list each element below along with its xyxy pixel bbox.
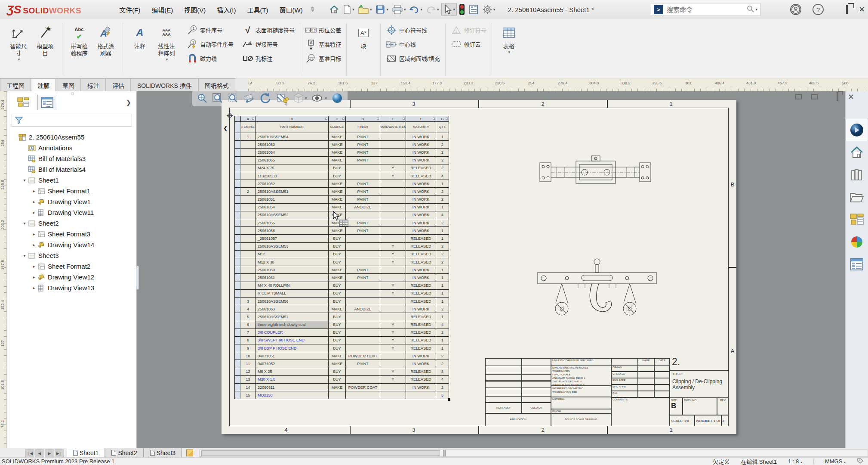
bom-cell-maturity-row23[interactable]: IN WORK (406, 305, 436, 313)
bom-cell-item-row11[interactable] (241, 211, 255, 219)
bom-cell-part-row32[interactable]: M20 X 1.5 (255, 376, 329, 384)
bom-cell-source-row1[interactable]: MAKE (329, 133, 346, 141)
tree-expander-icon[interactable]: ▸ (31, 264, 37, 269)
bom-cell-item-row28[interactable]: 9 (241, 344, 255, 352)
bom-cell-item-row33[interactable]: 14 (241, 384, 255, 391)
bom-cell-part-row7[interactable]: 27061062 (255, 180, 329, 188)
bom-cell-source-row20[interactable]: BUY (329, 282, 346, 290)
surface-finish-button[interactable]: √ 表面粗糙度符号 (240, 23, 296, 37)
bom-cell-finish-row17[interactable] (346, 258, 380, 266)
tree-expander-icon[interactable]: ▸ (31, 189, 37, 193)
bom-cell-qty-row1[interactable]: 1 (436, 133, 449, 141)
bom-cell-item-row22[interactable]: 3 (241, 298, 255, 305)
bom-cell-part-row29[interactable]: 04071051 (255, 352, 329, 360)
dropdown-arrow-icon[interactable]: ▾ (386, 7, 388, 12)
bom-cell-finish-row27[interactable] (346, 337, 380, 344)
add-sheet-button[interactable] (186, 450, 193, 456)
home-button[interactable] (328, 3, 341, 16)
bom-cell-hw-row28[interactable]: Y (380, 344, 406, 352)
search-input[interactable] (666, 6, 747, 14)
bom-cell-qty-row16[interactable]: 2 (436, 251, 449, 258)
bom-cell-hw-row17[interactable]: Y (380, 258, 406, 266)
auto-balloon-button[interactable]: 1 自动零件序号 (185, 37, 235, 51)
bom-cell-qty-row10[interactable]: 1 (436, 204, 449, 211)
bom-cell-part-row26[interactable]: 3/8 COUPLER (255, 329, 329, 337)
appearance-sphere-icon[interactable] (331, 92, 343, 104)
options-button[interactable]: ▾ (481, 3, 497, 16)
bom-cell-part-row17[interactable]: M12 X 30 (255, 258, 329, 266)
tree-filter[interactable] (12, 114, 132, 127)
help-button[interactable]: ? (813, 4, 824, 15)
select-tool-button[interactable]: ▾ (441, 3, 457, 16)
weld-symbol-button[interactable]: 焊接符号 (240, 37, 296, 51)
status-units[interactable]: MMGS ▴ (825, 458, 846, 465)
bom-cell-part-row1[interactable]: 250610ASSEM54 (255, 133, 329, 141)
bom-cell-part-row21[interactable]: R CLIP TSMALL (255, 290, 329, 298)
bom-cell-hw-row19[interactable] (380, 274, 406, 282)
bom-cell-maturity-row28[interactable]: RELEASED (406, 344, 436, 352)
bom-column-letter-E[interactable]: E (380, 116, 406, 122)
bom-cell-source-row32[interactable]: BUY (329, 376, 346, 384)
tree-expander-icon[interactable]: ▸ (31, 210, 37, 215)
bom-cell-hw-row8[interactable] (380, 188, 406, 195)
bom-cell-maturity-row21[interactable]: RELEASED (406, 290, 436, 298)
bom-cell-maturity-row22[interactable]: RELEASED (406, 298, 436, 305)
panel-resize-grip[interactable] (136, 266, 139, 290)
bom-column-letter-B[interactable]: B (255, 116, 329, 122)
bom-cell-part-row18[interactable]: 25061060 (255, 266, 329, 274)
bom-cell-part-row5[interactable]: M24 X 75 (255, 164, 329, 172)
bom-cell-hw-row4[interactable] (380, 157, 406, 164)
bom-cell-item-row25[interactable]: 6 (241, 321, 255, 329)
zoom-to-fit-icon[interactable] (197, 93, 208, 104)
feature-tree-tab[interactable] (13, 95, 33, 110)
bom-cell-hw-row32[interactable]: Y (380, 376, 406, 384)
bom-cell-qty-row8[interactable]: 2 (436, 188, 449, 195)
bom-cell-source-row6[interactable]: BUY (329, 172, 346, 180)
bom-cell-finish-row32[interactable] (346, 376, 380, 384)
bom-cell-item-row1[interactable]: 1 (241, 133, 255, 141)
tab-工程图[interactable]: 工程图 (0, 78, 31, 91)
bom-cell-finish-row9[interactable]: PAINT (346, 196, 380, 204)
bom-cell-source-row8[interactable]: MAKE (329, 188, 346, 195)
bom-cell-item-row7[interactable] (241, 180, 255, 188)
bom-cell-item-row23[interactable]: 4 (241, 305, 255, 313)
bom-cell-finish-row20[interactable] (346, 282, 380, 290)
custom-properties-tab[interactable] (846, 253, 868, 276)
bom-cell-qty-row27[interactable]: 1 (436, 337, 449, 344)
dropdown-arrow-icon[interactable]: ▾ (352, 7, 354, 12)
linear-note-pattern-button[interactable]: AAAAAA 线性注 释阵列 ▾ (153, 22, 180, 62)
bom-cell-maturity-row14[interactable]: RELEASED (406, 235, 436, 242)
bom-cell-part-row24[interactable]: 250610ASSEM57 (255, 313, 329, 321)
bom-cell-hw-row15[interactable]: Y (380, 243, 406, 251)
tree-expander-icon[interactable]: ▾ (21, 253, 28, 258)
revision-cloud-button[interactable]: 修订云 (449, 37, 488, 51)
bom-cell-finish-row12[interactable]: PAINT (346, 219, 380, 227)
bom-cell-finish-row3[interactable]: PAINT (346, 149, 380, 156)
bom-cell-part-row23[interactable]: 25061063 (255, 305, 329, 313)
bom-cell-qty-row3[interactable]: 2 (436, 149, 449, 156)
bom-cell-qty-row21[interactable]: 1 (436, 290, 449, 298)
bom-cell-maturity-row5[interactable]: RELEASED (406, 164, 436, 172)
dropdown-arrow-icon[interactable]: ▾ (493, 7, 496, 12)
bom-cell-source-row33[interactable]: MAKE (329, 384, 346, 391)
bom-cell-hw-row25[interactable]: Y (380, 321, 406, 329)
bom-cell-item-row4[interactable] (241, 157, 255, 164)
bom-cell-maturity-row33[interactable]: IN WORK (406, 384, 436, 391)
tree-item-drawing-view1[interactable]: ▸Drawing View1 (10, 196, 136, 207)
bom-cell-item-row24[interactable]: 5 (241, 313, 255, 321)
menu-item[interactable]: 窗口(W) (275, 3, 307, 16)
bom-cell-source-row4[interactable]: MAKE (329, 157, 346, 164)
home-tab[interactable] (846, 141, 868, 164)
zoom-to-area-icon[interactable] (212, 93, 223, 104)
tree-item-drawing-view11[interactable]: ▸Drawing View11 (10, 207, 136, 218)
bom-cell-maturity-row7[interactable]: IN WORK (406, 180, 436, 188)
bom-cell-source-row18[interactable]: MAKE (329, 266, 346, 274)
bom-cell-item-row34[interactable]: 15 (241, 391, 255, 399)
search-icon[interactable] (747, 5, 754, 14)
bom-cell-qty-row18[interactable]: 1 (436, 266, 449, 274)
bom-cell-part-row13[interactable]: 25061056 (255, 227, 329, 235)
bom-cell-finish-row23[interactable]: ANODIZE (346, 305, 380, 313)
drawing-view-rail[interactable] (539, 152, 652, 192)
bom-cell-part-row15[interactable]: 250610ASSEM53 (255, 243, 329, 251)
bom-cell-finish-row28[interactable] (346, 344, 380, 352)
